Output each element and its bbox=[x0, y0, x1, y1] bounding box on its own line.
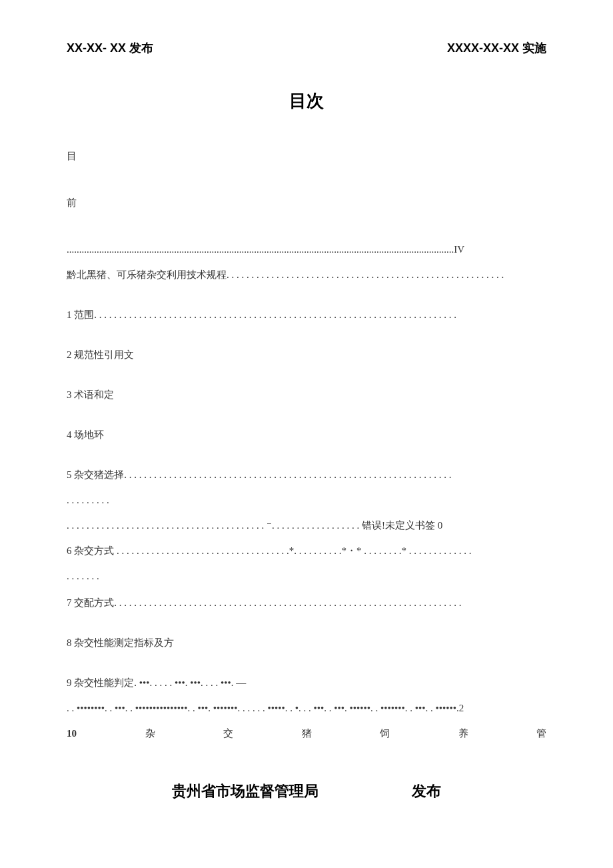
toc-body: 目 前 ....................................… bbox=[67, 146, 546, 743]
toc-item-9b: . . ••••••••. . •••. . •••••••••••••••. … bbox=[67, 698, 546, 718]
toc-item-10-c6: 管 bbox=[536, 723, 546, 743]
toc-item-10-c3: 猪 bbox=[302, 723, 312, 743]
toc-item-5a: 5 杂交猪选择. . . . . . . . . . . . . . . . .… bbox=[67, 465, 546, 485]
toc-item-5c: . . . . . . . . . . . . . . . . . . . . … bbox=[67, 515, 546, 535]
toc-qian: 前 bbox=[67, 193, 546, 213]
toc-line-iv: ........................................… bbox=[67, 239, 546, 259]
toc-item-2: 2 规范性引用文 bbox=[67, 345, 546, 365]
toc-item-10-c5: 养 bbox=[458, 723, 468, 743]
header-right: XXXX-XX-XX 实施 bbox=[447, 40, 546, 56]
toc-item-8: 8 杂交性能测定指标及方 bbox=[67, 633, 546, 653]
page-title: 目次 bbox=[67, 89, 546, 113]
header-row: XX-XX- XX 发布 XXXX-XX-XX 实施 bbox=[67, 40, 546, 56]
footer-right: 发布 bbox=[412, 781, 441, 801]
header-left: XX-XX- XX 发布 bbox=[67, 40, 153, 56]
toc-item-1: 1 范围. . . . . . . . . . . . . . . . . . … bbox=[67, 305, 546, 325]
footer: 贵州省市场监督管理局 发布 bbox=[0, 781, 613, 801]
toc-item-5b: . . . . . . . . . bbox=[67, 490, 546, 510]
toc-item-10-c1: 杂 bbox=[145, 723, 155, 743]
toc-item-6b: . . . . . . . bbox=[67, 566, 546, 586]
toc-item-3: 3 术语和定 bbox=[67, 385, 546, 405]
toc-main-rule: 黔北黑猪、可乐猪杂交利用技术规程. . . . . . . . . . . . … bbox=[67, 265, 546, 285]
toc-item-10: 10 杂 交 猪 饲 养 管 bbox=[67, 723, 546, 743]
toc-item-4: 4 场地环 bbox=[67, 425, 546, 445]
toc-item-6a: 6 杂交方式 . . . . . . . . . . . . . . . . .… bbox=[67, 541, 546, 561]
toc-item-9a: 9 杂交性能判定. •••. . . . . •••. •••. . . . •… bbox=[67, 673, 546, 693]
toc-item-10-c2: 交 bbox=[223, 723, 233, 743]
toc-item-7: 7 交配方式. . . . . . . . . . . . . . . . . … bbox=[67, 593, 546, 613]
toc-mu: 目 bbox=[67, 146, 546, 166]
toc-item-10-n: 10 bbox=[67, 723, 77, 743]
toc-item-10-c4: 饲 bbox=[380, 723, 390, 743]
footer-left: 贵州省市场监督管理局 bbox=[172, 781, 318, 801]
